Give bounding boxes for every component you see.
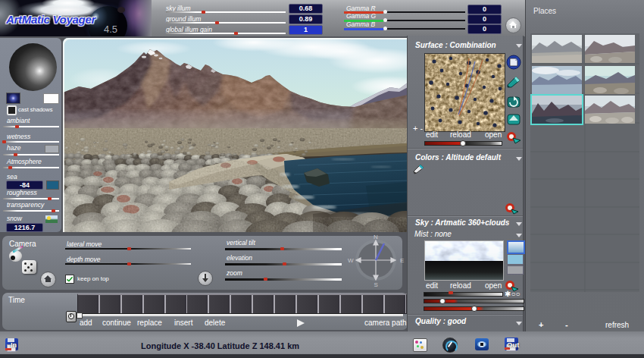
svg-text:W: W <box>348 257 354 264</box>
svg-text:N: N <box>374 234 378 240</box>
svg-text:S: S <box>374 281 378 288</box>
svg-text:E: E <box>400 257 404 264</box>
